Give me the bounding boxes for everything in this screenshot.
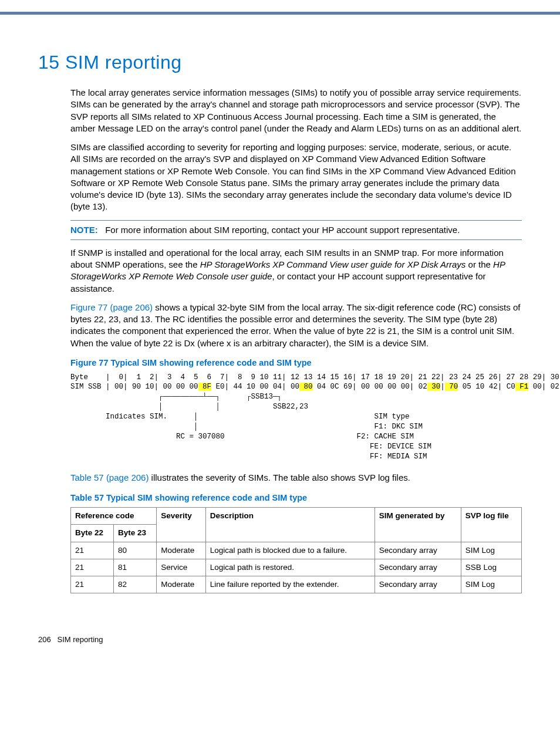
cell-sev: Moderate (157, 576, 206, 593)
cell-b22: 21 (71, 559, 114, 576)
note-label: NOTE: (70, 225, 98, 235)
paragraph: SIMs are classified according to severit… (70, 141, 522, 213)
col-byte-22: Byte 22 (71, 525, 114, 542)
page-footer: 206 SIM reporting (38, 634, 522, 645)
cell-b23: 81 (114, 559, 157, 576)
cell-sev: Moderate (157, 542, 206, 559)
paragraph: Table 57 (page 206) illustrates the seve… (70, 472, 522, 484)
chapter-title: 15 SIM reporting (38, 50, 522, 75)
cell-log: SIM Log (461, 542, 521, 559)
cell-gen: Secondary array (375, 576, 461, 593)
cell-desc: Line failure reported by the extender. (205, 576, 375, 593)
col-reference-code: Reference code (71, 508, 157, 525)
col-description: Description (205, 508, 375, 542)
paragraph: The local array generates service inform… (70, 87, 522, 134)
table-row: 2180ModerateLogical path is blocked due … (71, 542, 522, 559)
col-svp-log: SVP log file (461, 508, 521, 542)
col-severity: Severity (157, 508, 206, 542)
chapter-name: SIM reporting (65, 52, 182, 73)
figure-xref[interactable]: Figure 77 (page 206) (70, 302, 153, 312)
cell-b23: 82 (114, 576, 157, 593)
cell-desc: Logical path is restored. (205, 559, 375, 576)
sim-severity-table: Reference code Severity Description SIM … (70, 507, 522, 593)
cell-gen: Secondary array (375, 559, 461, 576)
note-text: For more information about SIM reporting… (105, 225, 460, 235)
chapter-number: 15 (38, 52, 60, 73)
cell-desc: Logical path is blocked due to a failure… (205, 542, 375, 559)
ref-title: HP StorageWorks XP Command View user gui… (200, 259, 466, 269)
table-title: Table 57 Typical SIM showing reference c… (70, 492, 522, 504)
cell-b22: 21 (71, 542, 114, 559)
cell-gen: Secondary array (375, 542, 461, 559)
figure-sim-bytes: Byte | 0| 1 2| 3 4 5 6 7| 8 9 10 11| 12 … (70, 373, 522, 462)
cell-sev: Service (157, 559, 206, 576)
page-number: 206 (38, 635, 51, 644)
cell-b23: 80 (114, 542, 157, 559)
cell-log: SSB Log (461, 559, 521, 576)
table-row: 2182ModerateLine failure reported by the… (71, 576, 522, 593)
cell-log: SIM Log (461, 576, 521, 593)
col-byte-23: Byte 23 (114, 525, 157, 542)
cell-b22: 21 (71, 576, 114, 593)
table-xref[interactable]: Table 57 (page 206) (70, 472, 149, 482)
paragraph: If SNMP is installed and operational for… (70, 247, 522, 295)
table-row: 2181ServiceLogical path is restored.Seco… (71, 559, 522, 576)
note-block: NOTE: For more information about SIM rep… (70, 220, 522, 240)
footer-section: SIM reporting (58, 635, 103, 644)
paragraph: Figure 77 (page 206) shows a typical 32-… (70, 302, 522, 349)
col-generated-by: SIM generated by (375, 508, 461, 542)
figure-title: Figure 77 Typical SIM showing reference … (70, 357, 522, 369)
